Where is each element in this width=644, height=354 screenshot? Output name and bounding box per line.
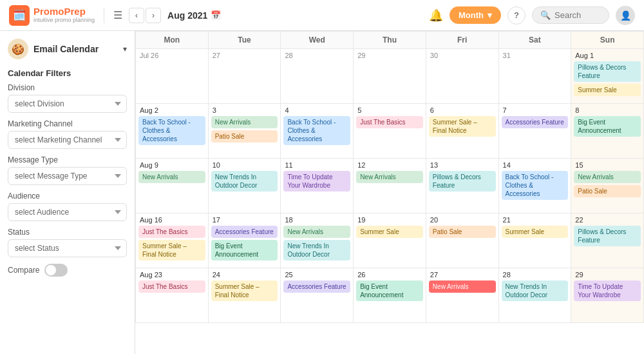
search-bar[interactable]: 🔍: [532, 6, 609, 24]
compare-toggle[interactable]: [44, 264, 68, 277]
day-number: 21: [502, 216, 569, 224]
division-label: Division: [8, 83, 127, 92]
event-pill[interactable]: New Arrivals: [211, 116, 278, 128]
compare-label: Compare: [8, 266, 39, 275]
day-cell: 31: [499, 49, 572, 104]
day-cell: 25Accessories Feature: [281, 268, 354, 323]
day-cell: 24Summer Sale – Final Notice: [209, 268, 281, 323]
event-pill[interactable]: Big Event Announcement: [574, 116, 641, 137]
day-cell: 11Time To Update Your Wardrobe: [281, 159, 354, 213]
event-pill[interactable]: Patio Sale: [211, 130, 278, 143]
event-pill[interactable]: Pillows & Decors Feature: [574, 226, 641, 246]
status-filter: Status select Status: [8, 228, 127, 257]
day-cell: 17Accessories FeatureBig Event Announcem…: [209, 213, 281, 268]
event-pill[interactable]: Big Event Announcement: [356, 280, 423, 301]
hamburger-icon[interactable]: ☰: [113, 9, 122, 21]
division-select[interactable]: select Division: [8, 95, 127, 113]
event-pill[interactable]: Time To Update Your Wardrobe: [574, 280, 641, 301]
message-type-select[interactable]: select Message Type: [8, 167, 127, 185]
day-cell: Jul 26: [136, 49, 209, 104]
day-cell: 10New Trends In Outdoor Decor: [209, 159, 281, 213]
event-pill[interactable]: New Trends In Outdoor Decor: [283, 240, 350, 261]
day-number: 28: [283, 52, 350, 59]
search-icon: 🔍: [540, 10, 551, 20]
event-pill[interactable]: New Trends In Outdoor Decor: [211, 171, 278, 192]
day-number: 30: [429, 52, 496, 59]
day-number: 22: [574, 216, 641, 224]
day-cell: 3New ArrivalsPatio Sale: [209, 104, 281, 159]
day-number: 19: [356, 216, 423, 224]
event-pill[interactable]: Accessories Feature: [211, 226, 278, 238]
sidebar-header: 🍪 Email Calendar ▾: [8, 39, 127, 59]
event-pill[interactable]: Pillows & Decors Feature: [574, 61, 641, 82]
day-number: 31: [502, 52, 569, 59]
day-number: 5: [356, 106, 423, 114]
search-input[interactable]: [554, 10, 600, 20]
event-pill[interactable]: Time To Update Your Wardrobe: [283, 171, 350, 192]
day-header-thu: Thu: [354, 32, 426, 49]
notification-bell-button[interactable]: 🔔: [429, 8, 443, 23]
event-pill[interactable]: Back To School - Clothes & Accessories: [502, 171, 569, 200]
day-number: 29: [574, 271, 641, 279]
event-pill[interactable]: New Arrivals: [356, 171, 423, 183]
user-avatar-button[interactable]: 👤: [616, 6, 635, 25]
day-cell: 19Summer Sale: [354, 213, 426, 268]
event-pill[interactable]: Pillows & Decors Feature: [429, 171, 496, 192]
day-header-fri: Fri: [426, 32, 499, 49]
event-pill[interactable]: Summer Sale: [502, 226, 569, 238]
event-pill[interactable]: Summer Sale – Final Notice: [138, 240, 205, 261]
event-pill[interactable]: New Arrivals: [283, 226, 350, 238]
event-pill[interactable]: New Arrivals: [429, 280, 496, 293]
event-pill[interactable]: Back To School - Clothes & Accessories: [138, 116, 205, 145]
event-pill[interactable]: Summer Sale – Final Notice: [211, 280, 278, 301]
day-number: 27: [211, 52, 278, 59]
day-cell: 15New ArrivalsPatio Sale: [571, 159, 644, 213]
help-button[interactable]: ?: [507, 6, 526, 25]
prev-month-button[interactable]: ‹: [129, 8, 144, 23]
day-cell: 8Big Event Announcement: [571, 104, 644, 159]
day-cell: 4Back To School - Clothes & Accessories: [281, 104, 354, 159]
day-cell: 27New Arrivals: [426, 268, 499, 323]
event-pill[interactable]: Just The Basics: [356, 116, 423, 128]
event-pill[interactable]: Big Event Announcement: [211, 240, 278, 261]
event-pill[interactable]: Back To School - Clothes & Accessories: [283, 116, 350, 145]
event-pill[interactable]: Accessories Feature: [283, 280, 350, 293]
day-header-sun: Sun: [571, 32, 644, 49]
nav-arrows: ‹ ›: [129, 8, 161, 23]
day-cell: 21Summer Sale: [499, 213, 572, 268]
marketing-channel-select[interactable]: select Marketing Channel: [8, 131, 127, 149]
event-pill[interactable]: Summer Sale: [356, 226, 423, 238]
event-pill[interactable]: Just The Basics: [138, 226, 205, 238]
day-number: Aug 16: [138, 216, 205, 224]
day-header-sat: Sat: [499, 32, 572, 49]
day-number: 11: [283, 161, 350, 169]
day-number: 17: [211, 216, 278, 224]
day-number: 27: [429, 271, 496, 279]
message-type-label: Message Type: [8, 155, 127, 164]
event-pill[interactable]: Just The Basics: [138, 280, 205, 293]
day-number: 29: [356, 52, 423, 59]
filter-title: Calendar Filters: [8, 68, 127, 78]
calendar-icon: 📅: [211, 10, 221, 20]
event-pill[interactable]: Summer Sale – Final Notice: [429, 116, 496, 137]
event-pill[interactable]: New Arrivals: [574, 171, 641, 183]
email-icon: 🍪: [8, 39, 28, 59]
month-view-button[interactable]: Month ▾: [450, 6, 501, 24]
event-pill[interactable]: Patio Sale: [574, 185, 641, 197]
event-pill[interactable]: New Trends In Outdoor Decor: [502, 280, 569, 301]
audience-select[interactable]: select Audience: [8, 203, 127, 221]
day-number: Aug 2: [138, 106, 205, 114]
toggle-knob: [46, 265, 56, 275]
next-month-button[interactable]: ›: [146, 8, 161, 23]
email-calendar-label: Email Calendar: [33, 44, 118, 54]
event-pill[interactable]: Summer Sale: [574, 84, 641, 96]
sidebar-dropdown-arrow-icon[interactable]: ▾: [123, 44, 127, 54]
day-number: 10: [211, 161, 278, 169]
status-select[interactable]: select Status: [8, 239, 127, 257]
event-pill[interactable]: New Arrivals: [138, 171, 205, 183]
day-number: 15: [574, 161, 641, 169]
event-pill[interactable]: Accessories Feature: [502, 116, 569, 128]
event-pill[interactable]: Patio Sale: [429, 226, 496, 238]
sidebar: 🍪 Email Calendar ▾ Calendar Filters Divi…: [0, 31, 135, 354]
marketing-channel-label: Marketing Channel: [8, 119, 127, 128]
